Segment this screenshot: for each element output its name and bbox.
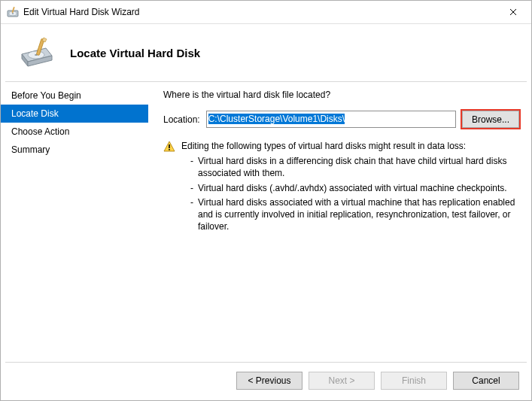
warning-content: Editing the following types of virtual h… [181,140,519,235]
cancel-button[interactable]: Cancel [453,372,519,390]
prompt-text: Where is the virtual hard disk file loca… [163,90,519,100]
sidebar-item-before-you-begin[interactable]: Before You Begin [1,87,148,105]
wizard-content: Where is the virtual hard disk file loca… [148,82,531,362]
close-button[interactable] [496,2,530,23]
previous-button[interactable]: < Previous [236,372,302,390]
wizard-steps-sidebar: Before You Begin Locate Disk Choose Acti… [1,82,148,362]
sidebar-item-locate-disk[interactable]: Locate Disk [1,105,148,123]
svg-rect-8 [169,144,170,148]
svg-rect-9 [169,149,170,150]
wizard-header: Locate Virtual Hard Disk [1,24,531,81]
location-row: Location: C:\ClusterStorage\Volume1\Disk… [163,111,519,128]
page-title: Locate Virtual Hard Disk [70,47,200,59]
location-input-wrap: C:\ClusterStorage\Volume1\Disks\ [206,111,456,128]
warning-heading: Editing the following types of virtual h… [181,140,519,152]
hard-disk-large-icon [19,35,55,71]
warning-list: Virtual hard disks in a differencing dis… [181,155,519,232]
sidebar-item-summary[interactable]: Summary [1,141,148,159]
next-button[interactable]: Next > [309,372,375,390]
warning-item: Virtual hard disks in a differencing dis… [190,155,519,179]
close-icon [509,8,517,16]
sidebar-item-choose-action[interactable]: Choose Action [1,123,148,141]
window-title: Edit Virtual Hard Disk Wizard [23,7,496,17]
wizard-footer: < Previous Next > Finish Cancel [1,363,531,400]
svg-point-2 [12,13,14,14]
warning-block: Editing the following types of virtual h… [163,140,519,235]
finish-button[interactable]: Finish [381,372,447,390]
warning-icon [163,141,175,153]
warning-item: Virtual hard disks associated with a vir… [190,196,519,233]
main-area: Before You Begin Locate Disk Choose Acti… [1,82,531,362]
hard-disk-icon [7,6,19,18]
titlebar: Edit Virtual Hard Disk Wizard [1,1,531,24]
browse-button[interactable]: Browse... [462,111,519,128]
location-input[interactable] [206,111,456,128]
location-label: Location: [163,114,200,125]
warning-item: Virtual hard disks (.avhd/.avhdx) associ… [190,182,519,194]
